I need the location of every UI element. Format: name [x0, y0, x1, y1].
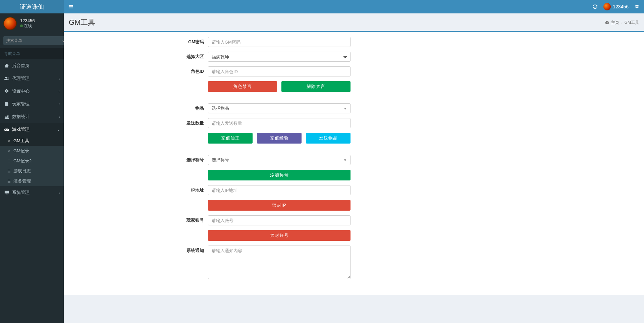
sidebar-item-label: 后台首页 — [12, 63, 60, 69]
header-user[interactable]: 123456 — [603, 3, 629, 10]
settings-icon[interactable] — [635, 4, 639, 9]
chevron-down-icon: ⌄ — [57, 128, 60, 131]
chevron-left-icon: ‹ — [59, 102, 60, 106]
select-item-placeholder: 选择物品 — [212, 105, 229, 111]
nav-header: 导航菜单 — [0, 48, 64, 59]
cogs-icon — [4, 89, 9, 94]
status-dot-icon — [20, 24, 23, 27]
user-panel: 123456 在线 — [0, 13, 64, 34]
submenu-game-log[interactable]: ☰游戏日志 — [0, 166, 64, 176]
chevron-left-icon: ‹ — [59, 191, 60, 195]
label-zone: 选择大区 — [64, 54, 208, 60]
submenu-gm-log2[interactable]: ☰GM记录2 — [0, 156, 64, 166]
label-role-id: 角色ID — [64, 68, 208, 74]
sidebar-item-agent[interactable]: 代理管理 ‹ — [0, 72, 64, 85]
submenu-gm-log[interactable]: ○GM记录 — [0, 146, 64, 156]
sidebar-item-game[interactable]: 游戏管理 ⌄ ○GM工具 ○GM记录 ☰GM记录2 ☰游戏日志 ☰装备管理 — [0, 123, 64, 186]
label-title: 选择称号 — [64, 157, 208, 163]
sidebar-search — [3, 36, 60, 45]
chevron-left-icon: ‹ — [59, 90, 60, 93]
input-send-count[interactable] — [208, 118, 351, 128]
select-item[interactable]: 选择物品 ▼ — [208, 103, 351, 113]
content-header: GM工具 主页 › GM工具 — [64, 13, 644, 32]
sidebar-item-home[interactable]: 后台首页 — [0, 59, 64, 72]
header-avatar-icon — [603, 3, 611, 10]
top-header: 123456 — [64, 0, 644, 13]
refresh-icon[interactable] — [593, 4, 597, 9]
sidebar-item-label: 系统管理 — [12, 190, 59, 196]
page-title: GM工具 — [69, 17, 95, 28]
submenu-label: GM记录 — [13, 148, 29, 154]
input-gm-password[interactable] — [208, 37, 351, 47]
circle-icon: ○ — [7, 149, 11, 153]
dashboard-icon — [605, 20, 609, 24]
sidebar: 证道诛仙 123456 在线 导航菜单 — [0, 0, 64, 323]
list-icon: ☰ — [7, 169, 11, 173]
chevron-left-icon: ‹ — [59, 115, 60, 119]
home-icon — [4, 63, 9, 68]
sidebar-item-label: 数据统计 — [12, 114, 59, 120]
input-player-account[interactable] — [208, 215, 351, 225]
sidebar-item-system[interactable]: 系统管理 ‹ — [0, 186, 64, 199]
label-ip: IP地址 — [64, 187, 208, 193]
select-zone[interactable]: 福满乾坤 — [208, 52, 351, 62]
user-name: 123456 — [20, 18, 35, 23]
list-icon: ☰ — [7, 179, 11, 183]
user-status: 在线 — [20, 23, 35, 29]
sidebar-item-label: 代理管理 — [12, 75, 59, 82]
caret-down-icon: ▼ — [343, 158, 347, 162]
btn-recharge-jade[interactable]: 充值仙玉 — [208, 133, 253, 144]
sidebar-item-settings[interactable]: 设置中心 ‹ — [0, 85, 64, 98]
select-title[interactable]: 选择称号 ▼ — [208, 155, 351, 165]
sidebar-item-label: 游戏管理 — [12, 126, 57, 132]
search-input[interactable] — [3, 36, 59, 45]
game-submenu: ○GM工具 ○GM记录 ☰GM记录2 ☰游戏日志 ☰装备管理 — [0, 136, 64, 186]
chart-icon — [4, 114, 9, 119]
submenu-gm-tool[interactable]: ○GM工具 — [0, 136, 64, 146]
caret-down-icon: ▼ — [343, 107, 347, 110]
textarea-notice[interactable] — [208, 246, 351, 279]
label-item: 物品 — [64, 105, 208, 111]
input-ip[interactable] — [208, 185, 351, 195]
users-icon — [4, 76, 9, 81]
chevron-left-icon: ‹ — [59, 77, 60, 80]
submenu-label: 游戏日志 — [13, 168, 31, 174]
sidebar-menu: 后台首页 代理管理 ‹ 设置中心 ‹ — [0, 59, 64, 199]
form-box: GM密码 选择大区 福满乾坤 角色ID — [64, 32, 644, 295]
label-player-account: 玩家账号 — [64, 217, 208, 223]
btn-unmute-role[interactable]: 解除禁言 — [281, 81, 351, 92]
btn-ban-account[interactable]: 禁封账号 — [208, 230, 351, 241]
btn-recharge-exp[interactable]: 充值经验 — [257, 133, 302, 144]
select-title-placeholder: 选择称号 — [212, 157, 229, 163]
btn-mute-role[interactable]: 角色禁言 — [208, 81, 277, 92]
sidebar-item-label: 设置中心 — [12, 88, 59, 94]
breadcrumb: 主页 › GM工具 — [605, 20, 639, 25]
submenu-label: 装备管理 — [13, 178, 31, 184]
btn-add-title[interactable]: 添加称号 — [208, 170, 351, 180]
label-gm-password: GM密码 — [64, 39, 208, 45]
breadcrumb-home[interactable]: 主页 — [611, 20, 619, 25]
submenu-label: GM记录2 — [13, 158, 32, 164]
label-send-count: 发送数量 — [64, 120, 208, 126]
breadcrumb-current: GM工具 — [625, 20, 639, 25]
circle-icon: ○ — [7, 139, 11, 143]
app-logo[interactable]: 证道诛仙 — [0, 0, 64, 13]
sidebar-item-label: 玩家管理 — [12, 101, 59, 107]
user-avatar[interactable] — [3, 17, 17, 30]
sidebar-item-stats[interactable]: 数据统计 ‹ — [0, 110, 64, 123]
file-icon — [4, 102, 9, 106]
list-icon: ☰ — [7, 159, 11, 163]
sidebar-item-players[interactable]: 玩家管理 ‹ — [0, 98, 64, 110]
desktop-icon — [4, 190, 9, 195]
submenu-label: GM工具 — [13, 138, 29, 144]
sidebar-toggle[interactable] — [68, 4, 73, 9]
submenu-equip[interactable]: ☰装备管理 — [0, 176, 64, 186]
breadcrumb-separator: › — [621, 20, 623, 25]
input-role-id[interactable] — [208, 66, 351, 76]
header-username: 123456 — [613, 4, 629, 9]
gamepad-icon — [4, 127, 9, 132]
label-notice: 系统通知 — [64, 246, 208, 254]
btn-send-item[interactable]: 发送物品 — [306, 133, 351, 144]
btn-ban-ip[interactable]: 禁封IP — [208, 200, 351, 211]
